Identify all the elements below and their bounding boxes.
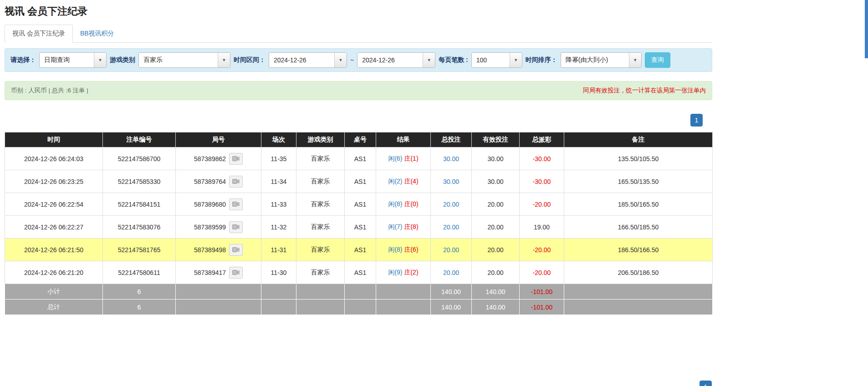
- col-header-valid-bet: 有效投注: [472, 132, 520, 147]
- subtotal-payout: -101.00: [520, 284, 564, 300]
- sort-label: 时间排序：: [526, 56, 557, 64]
- cell-total-bet-link[interactable]: 20.00: [431, 216, 472, 239]
- sort-dropdown[interactable]: 降幂(由大到小) ▼: [561, 52, 642, 68]
- select-label: 请选择：: [10, 56, 36, 64]
- cell-table-no: AS1: [345, 147, 376, 170]
- tab-betting-records[interactable]: 视讯 会员下注纪录: [5, 25, 73, 43]
- cell-session: 11-32: [261, 216, 296, 239]
- cell-valid-bet: 20.00: [472, 261, 520, 284]
- col-header-payout: 总派彩: [520, 132, 564, 147]
- page-size-dropdown[interactable]: 100 ▼: [471, 52, 522, 68]
- round-number: 587389680: [194, 201, 226, 208]
- cell-remark: 206.50/186.50: [564, 261, 713, 284]
- subtotal-total-bet: 140.00: [431, 284, 472, 300]
- cell-session: 11-30: [261, 261, 296, 284]
- total-valid-bet: 140.00: [472, 300, 520, 315]
- scrollbar-thumb[interactable]: [865, 0, 868, 58]
- scrollbar-track[interactable]: [865, 0, 868, 386]
- filter-bar: 请选择： 日期查询 ▼ 游戏类别 百家乐 ▼ 时间区间： 2024-12-26 …: [5, 48, 712, 72]
- cell-table-no: AS1: [345, 193, 376, 216]
- video-icon: [232, 178, 240, 184]
- range-separator: ~: [350, 56, 354, 64]
- query-type-dropdown[interactable]: 日期查询 ▼: [39, 52, 107, 68]
- page-size-value: 100: [472, 53, 510, 67]
- col-header-game-type: 游戏类别: [296, 132, 345, 147]
- cell-remark: 135.50/105.50: [564, 147, 713, 170]
- cell-game-type: 百家乐: [296, 170, 345, 193]
- cell-remark: 185.50/165.50: [564, 193, 713, 216]
- cell-remark: 166.50/185.50: [564, 216, 713, 239]
- total-count: 6: [103, 300, 176, 315]
- cell-result: 闲(8) 庄(6): [376, 239, 431, 261]
- cell-result: 闲(6) 庄(1): [376, 147, 431, 170]
- date-from-value: 2024-12-26: [269, 53, 334, 67]
- cell-result: 闲(2) 庄(4): [376, 170, 431, 193]
- main-content: 视讯 会员下注纪录 视讯 会员下注纪录 BB视讯积分 请选择： 日期查询 ▼ 游…: [5, 0, 712, 315]
- round-number: 587389498: [194, 246, 226, 254]
- result-player: 闲(6): [388, 155, 402, 162]
- cell-table-no: AS1: [345, 170, 376, 193]
- video-icon: [232, 224, 240, 230]
- table-row: 2024-12-26 06:23:25 522147585330 5873897…: [5, 170, 713, 193]
- cell-bet-id: 522147584151: [103, 193, 176, 216]
- cell-valid-bet: 20.00: [472, 193, 520, 216]
- cell-total-bet-link[interactable]: 20.00: [431, 193, 472, 216]
- result-player: 闲(8): [388, 200, 402, 208]
- video-replay-button[interactable]: [229, 176, 243, 188]
- result-banker: 庄(8): [404, 223, 418, 230]
- chevron-down-icon[interactable]: ▼: [629, 53, 641, 67]
- date-from-picker[interactable]: 2024-12-26 ▼: [269, 52, 347, 68]
- video-replay-button[interactable]: [229, 221, 243, 233]
- table-row-highlighted: 2024-12-26 06:21:50 522147581765 5873894…: [5, 239, 713, 261]
- cell-total-bet-link[interactable]: 20.00: [431, 261, 472, 284]
- cell-valid-bet: 30.00: [472, 170, 520, 193]
- cell-result: 闲(9) 庄(2): [376, 261, 431, 284]
- notice-text: 同局有效投注，统一计算在该局第一张注单内: [583, 86, 706, 95]
- cell-total-bet-link[interactable]: 30.00: [431, 147, 472, 170]
- cell-payout: -20.00: [520, 261, 564, 284]
- chevron-down-icon[interactable]: ▼: [423, 53, 435, 67]
- cell-time: 2024-12-26 06:23:25: [5, 170, 103, 193]
- pagination-bottom: 1: [700, 381, 712, 386]
- video-replay-button[interactable]: [229, 267, 243, 279]
- sort-value: 降幂(由大到小): [561, 53, 629, 67]
- cell-round: 587389764: [176, 170, 261, 193]
- cell-round: 587389498: [176, 239, 261, 261]
- date-to-picker[interactable]: 2024-12-26 ▼: [357, 52, 435, 68]
- col-header-table-no: 桌号: [345, 132, 376, 147]
- subtotal-valid-bet: 140.00: [472, 284, 520, 300]
- cell-game-type: 百家乐: [296, 261, 345, 284]
- cell-table-no: AS1: [345, 239, 376, 261]
- cell-table-no: AS1: [345, 261, 376, 284]
- video-replay-button[interactable]: [229, 153, 243, 165]
- total-payout: -101.00: [520, 300, 564, 315]
- cell-valid-bet: 30.00: [472, 147, 520, 170]
- chevron-down-icon[interactable]: ▼: [334, 53, 347, 67]
- table-row: 2024-12-26 06:21:20 522147580611 5873894…: [5, 261, 713, 284]
- tab-bb-video-points[interactable]: BB视讯积分: [73, 25, 122, 42]
- cell-bet-id: 522147583076: [103, 216, 176, 239]
- cell-session: 11-34: [261, 170, 296, 193]
- game-type-dropdown[interactable]: 百家乐 ▼: [138, 52, 230, 68]
- round-number: 587389764: [194, 178, 226, 185]
- cell-round: 587389599: [176, 216, 261, 239]
- subtotal-label: 小计: [5, 284, 103, 300]
- video-replay-button[interactable]: [229, 244, 243, 256]
- page-size-label: 每页笔数 :: [439, 56, 468, 64]
- cell-bet-id: 522147586700: [103, 147, 176, 170]
- total-total-bet: 140.00: [431, 300, 472, 315]
- chevron-down-icon[interactable]: ▼: [218, 53, 230, 67]
- chevron-down-icon[interactable]: ▼: [510, 53, 522, 67]
- cell-total-bet-link[interactable]: 20.00: [431, 239, 472, 261]
- video-replay-button[interactable]: [229, 198, 243, 210]
- col-header-result: 结果: [376, 132, 431, 147]
- pagination-page-1[interactable]: 1: [690, 114, 703, 127]
- pagination-top: 1: [5, 114, 712, 127]
- search-button[interactable]: 查询: [645, 52, 670, 68]
- cell-bet-id: 522147581765: [103, 239, 176, 261]
- pagination-page-1-bottom[interactable]: 1: [700, 381, 712, 386]
- cell-round: 587389862: [176, 147, 261, 170]
- cell-time: 2024-12-26 06:22:27: [5, 216, 103, 239]
- chevron-down-icon[interactable]: ▼: [94, 53, 106, 67]
- cell-total-bet-link[interactable]: 30.00: [431, 170, 472, 193]
